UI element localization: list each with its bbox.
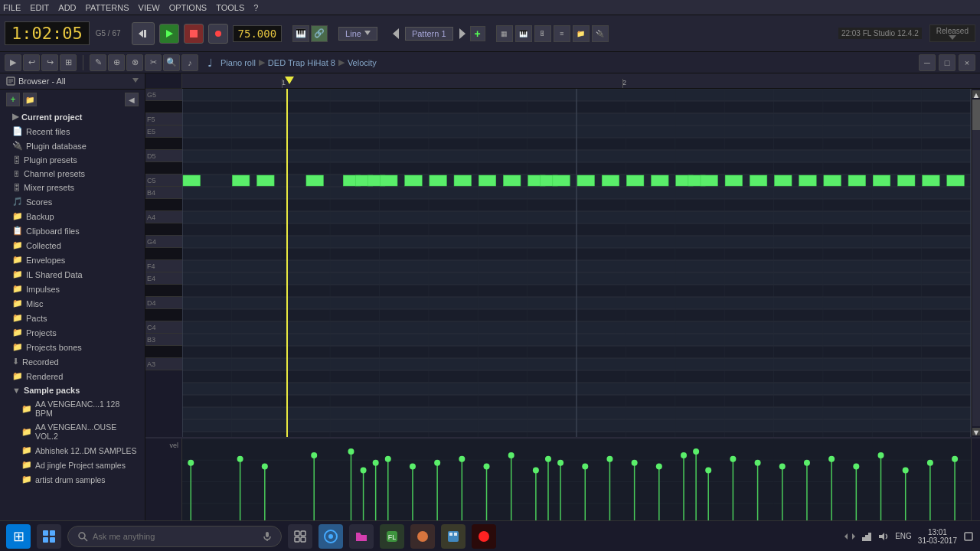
browser-button[interactable]: 📁 (573, 25, 590, 42)
piano-key-5[interactable]: D5 (145, 150, 182, 162)
step-seq-button[interactable]: ▦ (496, 25, 513, 42)
pr-draw-tool[interactable]: ⊕ (108, 54, 125, 71)
sidebar-item-19[interactable]: ▼Sample packs (0, 383, 145, 397)
taskbar-task-view[interactable] (288, 524, 312, 549)
pr-select-tool[interactable]: ✎ (90, 54, 106, 71)
sidebar-item-23[interactable]: 📁Ad jingle Project samples (0, 458, 145, 472)
piano-key-8[interactable]: B4 (145, 187, 182, 199)
pr-cut-tool[interactable]: ✂ (145, 54, 162, 71)
prev-pattern[interactable] (390, 27, 403, 41)
menu-file[interactable]: FILE (3, 3, 21, 12)
scroll-thumb[interactable] (972, 99, 980, 130)
piano-key-11[interactable] (145, 223, 182, 236)
piano-key-0[interactable]: G5 (145, 89, 182, 101)
pr-minimize[interactable]: ─ (919, 54, 936, 71)
sidebar-add-button[interactable]: + (6, 93, 20, 106)
sidebar-item-21[interactable]: 📁AA VENGEAN...OUSE VOL.2 (0, 420, 145, 443)
menu-add[interactable]: ADD (58, 3, 76, 12)
bpm-display[interactable]: 75.000 (233, 25, 283, 42)
record-button[interactable] (208, 24, 228, 44)
taskbar-clock[interactable]: 13:01 31-03-2017 (918, 528, 957, 545)
pr-erase-tool[interactable]: ⊗ (126, 54, 143, 71)
piano-key-7[interactable]: C5 (145, 174, 182, 187)
piano-key-3[interactable]: E5 (145, 126, 182, 138)
sidebar-item-9[interactable]: 📁Collected (0, 238, 145, 253)
notification-icon[interactable] (963, 531, 974, 542)
sidebar-item-14[interactable]: 📁Pacts (0, 311, 145, 325)
piano-key-18[interactable] (145, 309, 182, 321)
pr-maximize[interactable]: □ (939, 54, 956, 71)
plugin-button[interactable]: 🔌 (592, 25, 609, 42)
piano-key-12[interactable]: G4 (145, 236, 182, 248)
line-selector[interactable]: Line (338, 27, 377, 41)
piano-key-19[interactable]: C4 (145, 321, 182, 334)
breadcrumb-instrument[interactable]: DED Trap HiHat 8 (268, 58, 335, 67)
sidebar-folder-button[interactable]: 📁 (23, 93, 37, 106)
pr-back-button[interactable]: ▶ (5, 54, 21, 71)
piano-key-2[interactable]: F5 (145, 113, 182, 126)
piano-key-21[interactable] (145, 346, 182, 358)
next-pattern[interactable] (455, 27, 469, 41)
pattern-label[interactable]: Pattern 1 (405, 27, 453, 41)
piano-key-17[interactable]: D4 (145, 297, 182, 309)
system-tray-icon[interactable] (844, 531, 855, 542)
piano-key-13[interactable] (145, 248, 182, 260)
sidebar-item-20[interactable]: 📁AA VENGEANC...1 128 BPM (0, 397, 145, 420)
piano-roll-button[interactable]: 🎹 (515, 25, 532, 42)
sidebar-item-2[interactable]: 🔌Plugin database (0, 139, 145, 153)
sidebar-item-4[interactable]: 🎚Channel presets (0, 167, 145, 181)
piano-key-16[interactable] (145, 285, 182, 297)
piano-key-14[interactable]: F4 (145, 260, 182, 272)
mic-icon[interactable] (263, 531, 272, 542)
velocity-canvas[interactable] (182, 439, 971, 525)
taskbar-record[interactable] (472, 524, 496, 549)
taskbar-app6[interactable] (441, 524, 466, 549)
menu-help[interactable]: ? (253, 3, 258, 12)
breadcrumb-velocity[interactable]: Velocity (348, 58, 377, 67)
start-button[interactable]: ⊞ (6, 524, 31, 549)
menu-edit[interactable]: EDIT (30, 3, 49, 12)
search-input[interactable] (93, 532, 246, 541)
sidebar-item-0[interactable]: ▶Current project (0, 109, 145, 124)
pr-undo[interactable]: ↩ (23, 54, 40, 71)
sidebar-item-10[interactable]: 📁Envelopes (0, 253, 145, 267)
note-canvas[interactable] (182, 89, 971, 437)
piano-key-4[interactable] (145, 138, 182, 150)
velocity-scrollbar[interactable] (971, 439, 980, 525)
taskbar-search-box[interactable] (67, 526, 282, 547)
mixer-button[interactable]: 🎚 (534, 25, 551, 42)
menu-options[interactable]: OPTIONS (169, 3, 207, 12)
pr-zoom-in[interactable]: 🔍 (163, 54, 180, 71)
taskbar-app5[interactable] (410, 524, 435, 549)
sidebar-item-11[interactable]: 📁IL Shared Data (0, 267, 145, 282)
link-icon[interactable]: 🔗 (311, 25, 328, 42)
taskbar-app-desktop[interactable] (37, 524, 61, 549)
menu-patterns[interactable]: PATTERNS (86, 3, 129, 12)
taskbar-chrome[interactable] (318, 524, 343, 549)
scroll-down-button[interactable]: ▼ (972, 428, 980, 435)
midi-icon[interactable]: 🎹 (292, 25, 309, 42)
browser-dropdown-icon[interactable] (132, 78, 139, 84)
volume-icon[interactable] (878, 531, 889, 542)
sidebar-item-8[interactable]: 📋Clipboard files (0, 223, 145, 238)
piano-key-1[interactable] (145, 101, 182, 113)
piano-key-10[interactable]: A4 (145, 211, 182, 223)
note-grid[interactable] (182, 89, 971, 437)
piano-key-9[interactable] (145, 199, 182, 211)
pr-redo[interactable]: ↪ (41, 54, 58, 71)
sidebar-item-12[interactable]: 📁Impulses (0, 282, 145, 296)
menu-view[interactable]: VIEW (139, 3, 160, 12)
language-indicator[interactable]: ENG (895, 532, 912, 540)
vertical-scrollbar[interactable]: ▲ ▼ (971, 89, 980, 437)
piano-key-22[interactable]: A3 (145, 358, 182, 370)
sidebar-item-22[interactable]: 📁Abhishek 12..DM SAMPLES (0, 443, 145, 458)
piano-key-15[interactable]: E4 (145, 272, 182, 285)
stop-button[interactable] (184, 24, 204, 44)
play-button[interactable] (159, 24, 179, 44)
sidebar-item-24[interactable]: 📁artist drum samples (0, 472, 145, 487)
sidebar-item-17[interactable]: ⬇Recorded (0, 354, 145, 369)
add-pattern-button[interactable]: + (470, 26, 485, 41)
network-icon[interactable] (861, 531, 872, 542)
menu-tools[interactable]: TOOLS (216, 3, 244, 12)
pr-play-btn[interactable]: ♪ (181, 54, 198, 71)
